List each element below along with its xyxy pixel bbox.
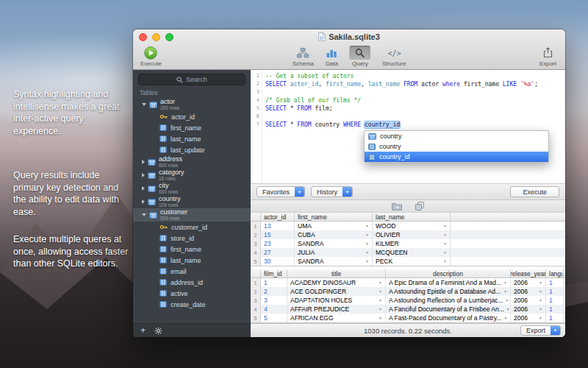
disclosure-triangle-icon[interactable] xyxy=(142,160,145,164)
cell-actor_id[interactable]: 15 xyxy=(261,230,295,239)
cell-first_name[interactable]: JULIA▼ xyxy=(295,248,373,257)
folder-export-icon[interactable] xyxy=(392,202,402,210)
cell-release_year[interactable]: 2006▼ xyxy=(511,296,546,305)
filter-icon[interactable]: ▼ xyxy=(376,298,382,302)
cell-title[interactable]: ACE GOLDFINGER▼ xyxy=(287,287,386,296)
filter-icon[interactable]: ▼ xyxy=(376,280,382,285)
cell-last_name[interactable]: KILMER▼ xyxy=(373,239,451,248)
column-header-title[interactable]: title xyxy=(287,269,386,278)
cell-film_id[interactable]: 4 xyxy=(261,305,287,314)
disclosure-triangle-icon[interactable] xyxy=(142,186,145,191)
cell-langu[interactable]: 1 xyxy=(546,305,564,314)
filter-icon[interactable]: ▼ xyxy=(441,259,447,263)
results-export-button[interactable]: Export ▼ xyxy=(520,325,561,336)
filter-icon[interactable]: ▼ xyxy=(537,316,542,320)
cell-title[interactable]: AFRICAN EGG▼ xyxy=(287,314,386,322)
editor-code[interactable]: -- Get a subset of actorsSELECT actor_id… xyxy=(262,70,538,183)
titlebar[interactable]: Sakila.sqlite3 xyxy=(133,29,565,44)
column-header-first_name[interactable]: first_name xyxy=(295,213,373,222)
table-row[interactable]: 11ACADEMY DINOSAUR▼A Epic Drama of a Fem… xyxy=(251,278,565,287)
cell-release_year[interactable]: 2006▼ xyxy=(511,278,546,287)
toolbar-structure-button[interactable]: </>Structure xyxy=(382,46,406,67)
column-header-last_name[interactable]: last_name xyxy=(373,213,451,222)
table-row[interactable]: 22ACE GOLDFINGER▼A Astounding Epistle of… xyxy=(251,287,565,296)
filter-icon[interactable]: ▼ xyxy=(441,250,447,255)
sidebar-table-country[interactable]: country109 rows xyxy=(133,195,251,208)
sidebar-column-store_id[interactable]: store_id xyxy=(133,233,251,244)
autocomplete-item[interactable]: country_id xyxy=(365,152,548,162)
sidebar-table-actor[interactable]: actor200 rows xyxy=(133,98,251,111)
table-row[interactable]: 323SANDRA▼KILMER▼ xyxy=(251,239,565,248)
table-row[interactable]: 215CUBA▼OLIVIER▼ xyxy=(251,230,565,239)
filter-icon[interactable]: ▼ xyxy=(363,259,369,263)
cell-last_name[interactable]: OLIVIER▼ xyxy=(373,230,451,239)
cell-description[interactable]: A Astounding Reflection of a Lumberjac..… xyxy=(386,296,511,305)
cell-description[interactable]: A Fast-Paced Documentary of a Pastry...▼ xyxy=(386,314,511,322)
sidebar-column-last_name[interactable]: last_name xyxy=(133,255,251,266)
cell-langu[interactable]: 1 xyxy=(546,296,564,305)
run-query-button[interactable]: Execute xyxy=(510,186,559,197)
sidebar-column-create_date[interactable]: create_date xyxy=(133,299,251,310)
cell-last_name[interactable]: MCQUEEN▼ xyxy=(373,248,451,257)
filter-icon[interactable]: ▼ xyxy=(504,307,510,311)
filter-icon[interactable]: ▼ xyxy=(441,233,447,237)
sidebar-table-category[interactable]: category16 rows xyxy=(133,169,251,182)
sidebar-table-customer[interactable]: customer599 rows xyxy=(133,208,251,222)
table-row[interactable]: 55AFRICAN EGG▼A Fast-Paced Documentary o… xyxy=(251,314,565,322)
cell-description[interactable]: A Fanciful Documentary of a Frisbee An..… xyxy=(386,305,511,314)
cell-actor_id[interactable]: 27 xyxy=(261,248,295,257)
cell-first_name[interactable]: CUBA▼ xyxy=(295,230,373,239)
add-icon[interactable]: + xyxy=(140,326,146,335)
filter-icon[interactable]: ▼ xyxy=(363,241,369,246)
filter-icon[interactable]: ▼ xyxy=(537,307,542,311)
column-header-actor_id[interactable]: actor_id xyxy=(261,213,295,222)
toolbar-schema-button[interactable]: Schema xyxy=(293,46,314,67)
sidebar-column-customer_id[interactable]: customer_id xyxy=(133,222,251,233)
cell-film_id[interactable]: 1 xyxy=(261,278,287,287)
sidebar-column-address_id[interactable]: address_id xyxy=(133,277,251,288)
sidebar-column-first_name[interactable]: first_name xyxy=(133,244,251,255)
cell-last_name[interactable]: PECK▼ xyxy=(373,257,451,266)
filter-icon[interactable]: ▼ xyxy=(537,298,542,302)
sidebar-column-actor_id[interactable]: actor_id xyxy=(133,111,251,122)
cell-description[interactable]: A Epic Drama of a Feminist And a Mad...▼ xyxy=(386,278,511,287)
zoom-button[interactable] xyxy=(165,33,173,41)
filter-icon[interactable]: ▼ xyxy=(376,307,382,311)
cell-film_id[interactable]: 3 xyxy=(261,296,287,305)
filter-icon[interactable]: ▼ xyxy=(501,316,507,320)
cell-release_year[interactable]: 2006▼ xyxy=(511,305,546,314)
column-header-langu[interactable]: langu xyxy=(546,269,564,278)
sidebar-table-city[interactable]: city600 rows xyxy=(133,182,251,195)
cell-first_name[interactable]: UMA▼ xyxy=(295,222,373,230)
column-header-description[interactable]: description xyxy=(386,269,511,278)
filter-icon[interactable]: ▼ xyxy=(503,298,509,302)
toolbar-execute-button[interactable]: Execute xyxy=(140,46,162,67)
filter-icon[interactable]: ▼ xyxy=(363,233,369,237)
cell-langu[interactable]: 1 xyxy=(546,278,564,287)
cell-actor_id[interactable]: 23 xyxy=(261,239,295,248)
filter-icon[interactable]: ▼ xyxy=(363,224,369,228)
gear-icon[interactable] xyxy=(154,327,162,335)
column-header-film_id[interactable]: film_id xyxy=(261,269,287,278)
favorites-dropdown[interactable]: Favorites ▼ xyxy=(257,186,305,197)
cell-actor_id[interactable]: 30 xyxy=(261,257,295,266)
cell-release_year[interactable]: 2006▼ xyxy=(511,314,546,322)
toolbar-export-button[interactable]: Export xyxy=(539,46,556,67)
disclosure-triangle-icon[interactable] xyxy=(142,213,146,216)
filter-icon[interactable]: ▼ xyxy=(376,289,382,294)
copy-icon[interactable] xyxy=(415,202,424,210)
sidebar-column-email[interactable]: email xyxy=(133,266,251,277)
cell-film_id[interactable]: 5 xyxy=(261,314,287,322)
cell-title[interactable]: AFFAIR PREJUDICE▼ xyxy=(287,305,386,314)
filter-icon[interactable]: ▼ xyxy=(501,289,507,294)
sidebar-column-last_update[interactable]: last_update xyxy=(133,144,251,155)
filter-icon[interactable]: ▼ xyxy=(376,316,382,320)
cell-actor_id[interactable]: 13 xyxy=(261,222,295,230)
cell-release_year[interactable]: 2006▼ xyxy=(511,287,546,296)
cell-langu[interactable]: 1 xyxy=(546,314,564,322)
autocomplete-item[interactable]: country xyxy=(365,141,548,152)
table-row[interactable]: 530SANDRA▼PECK▼ xyxy=(251,257,565,266)
disclosure-triangle-icon[interactable] xyxy=(142,173,145,177)
toolbar-data-button[interactable]: Data xyxy=(326,46,338,67)
cell-first_name[interactable]: SANDRA▼ xyxy=(295,257,373,266)
